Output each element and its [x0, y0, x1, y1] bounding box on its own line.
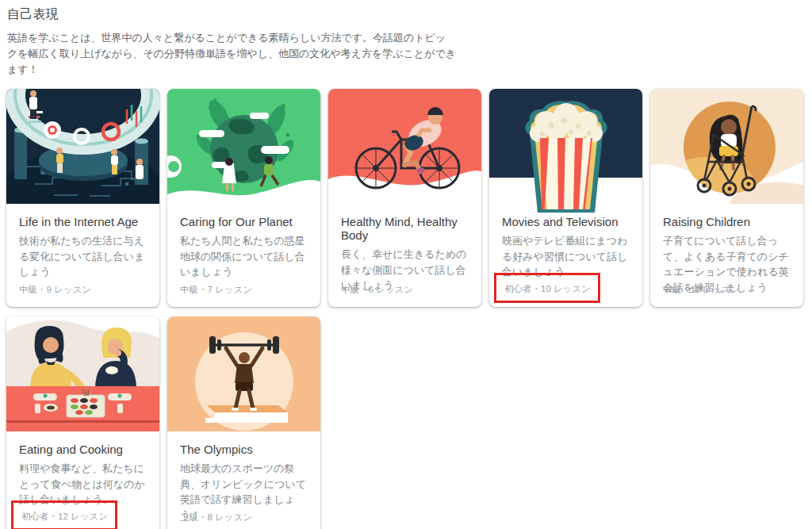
highlight-box: 初心者・12 レッスン: [11, 500, 117, 529]
internet-age-illustration: [6, 89, 159, 204]
page-header: 自己表現 英語を学ぶことは、世界中の人々と繋がることができる素晴らしい方法です。…: [0, 0, 812, 78]
course-catalog-page: 自己表現 英語を学ぶことは、世界中の人々と繋がることができる素晴らしい方法です。…: [0, 0, 812, 529]
card-media: [6, 316, 159, 431]
podium: [205, 405, 288, 423]
card-description: 技術が私たちの生活に与える変化について話し合いましょう: [19, 233, 147, 280]
course-card-olympics[interactable]: The Olympics 地球最大のスポーツの祭典、オリンピックについて英語で話…: [167, 316, 320, 529]
card-title: Eating and Cooking: [19, 443, 147, 456]
card-description: 私たち人間と私たちの惑星地球の関係について話し合いましょう: [180, 233, 308, 280]
popcorn-box: [525, 102, 607, 213]
card-body: Healthy Mind, Healthy Body 長く、幸せに生きるための様…: [328, 204, 481, 307]
course-card-grid: Life in the Internet Age 技術が私たちの生活に与える変化…: [6, 89, 812, 529]
card-body: Life in the Internet Age 技術が私たちの生活に与える変化…: [6, 204, 159, 307]
page-description: 英語を学ぶことは、世界中の人々と繋がることができる素晴らしい方法です。今話題のト…: [7, 30, 456, 78]
card-level-label: 上級・8 レッスン: [180, 512, 252, 523]
course-card-movies[interactable]: Movies and Television 映画やテレビ番組にまつわる好みや習慣…: [489, 89, 642, 307]
card-media: [489, 89, 642, 204]
course-card-internet-age[interactable]: Life in the Internet Age 技術が私たちの生活に与える変化…: [6, 89, 159, 307]
card-media: [167, 89, 320, 204]
card-media: [650, 89, 803, 204]
sushi-meal-illustration: [6, 316, 159, 431]
card-media: [6, 89, 159, 204]
planet-earth-illustration: [167, 89, 320, 204]
cyclist-illustration: [328, 89, 481, 204]
card-level-label: 中級・7 レッスン: [180, 284, 252, 296]
popcorn-illustration: [489, 89, 642, 216]
course-card-raising-children[interactable]: Raising Children 子育てについて話し合って、よくある子育てのシチ…: [650, 89, 803, 307]
weightlifter-illustration: [167, 316, 320, 431]
card-body: Eating and Cooking 料理や食事など、私たちにとって食べ物とは何…: [6, 431, 159, 529]
card-level-label: 中級・11 レッスン: [663, 284, 740, 296]
course-card-planet[interactable]: Caring for Our Planet 私たち人間と私たちの惑星地球の関係に…: [167, 89, 320, 307]
card-title: The Olympics: [180, 443, 308, 456]
card-title: Life in the Internet Age: [19, 215, 147, 228]
course-card-eating[interactable]: Eating and Cooking 料理や食事など、私たちにとって食べ物とは何…: [6, 316, 159, 529]
card-body: Caring for Our Planet 私たち人間と私たちの惑星地球の関係に…: [167, 204, 320, 307]
card-level-label: 初心者・10 レッスン: [504, 284, 591, 293]
card-title: Raising Children: [663, 215, 791, 228]
page-title: 自己表現: [7, 6, 812, 23]
card-body: The Olympics 地球最大のスポーツの祭典、オリンピックについて英語で話…: [167, 431, 320, 529]
card-title: Movies and Television: [502, 215, 630, 228]
card-level-label: 初心者・12 レッスン: [21, 512, 108, 521]
card-level-label: 中級・9 レッスン: [19, 284, 91, 296]
card-title: Healthy Mind, Healthy Body: [341, 215, 469, 242]
highlight-box: 初心者・10 レッスン: [494, 273, 600, 303]
course-card-healthy[interactable]: Healthy Mind, Healthy Body 長く、幸せに生きるための様…: [328, 89, 481, 307]
stroller-illustration: [650, 89, 803, 204]
card-media: [167, 316, 320, 431]
card-level-label: 中級・6 レッスン: [341, 284, 413, 296]
card-media: [328, 89, 481, 204]
card-body: Movies and Television 映画やテレビ番組にまつわる好みや習慣…: [489, 204, 642, 307]
card-body: Raising Children 子育てについて話し合って、よくある子育てのシチ…: [650, 204, 803, 307]
card-title: Caring for Our Planet: [180, 215, 308, 228]
